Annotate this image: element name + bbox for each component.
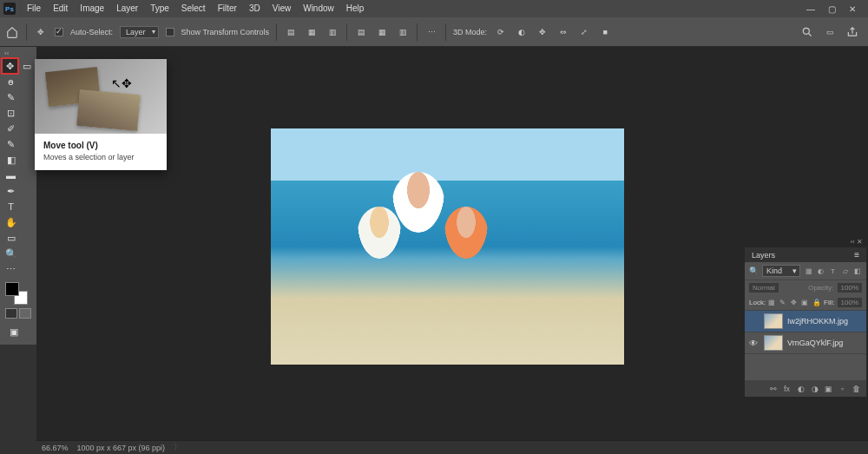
layer-name[interactable]: VrnGaQYklF.jpg xyxy=(787,339,843,347)
home-icon[interactable] xyxy=(5,25,19,39)
document-dimensions[interactable]: 1000 px x 667 px (96 ppi) xyxy=(77,444,166,452)
layer-group-icon[interactable]: ▣ xyxy=(824,384,833,393)
align-left-icon[interactable]: ▤ xyxy=(284,25,298,39)
filter-smart-icon[interactable]: ◧ xyxy=(852,266,862,276)
pen-tool[interactable]: ✒ xyxy=(3,183,19,199)
brush-tool[interactable]: ✎ xyxy=(3,136,19,152)
close-button[interactable]: ✕ xyxy=(845,3,859,14)
menu-3d[interactable]: 3D xyxy=(243,0,266,17)
layers-panel-tab[interactable]: Layers ≡ xyxy=(745,247,866,262)
document-canvas[interactable] xyxy=(271,128,624,365)
eraser-tool[interactable]: ◧ xyxy=(3,152,19,168)
minimize-button[interactable]: — xyxy=(804,3,818,14)
layer-thumbnail[interactable] xyxy=(764,313,783,329)
align-right-icon[interactable]: ▥ xyxy=(326,25,339,39)
lock-image-icon[interactable]: ✎ xyxy=(779,299,788,306)
separator xyxy=(346,23,347,41)
menu-layer[interactable]: Layer xyxy=(110,0,144,17)
blend-mode-select[interactable]: Normal xyxy=(749,283,779,293)
align-top-icon[interactable]: ▤ xyxy=(354,25,368,39)
link-layers-icon[interactable]: ⚯ xyxy=(768,384,778,393)
align-center-h-icon[interactable]: ▦ xyxy=(305,25,319,39)
hand-tool[interactable]: ✋ xyxy=(3,214,19,230)
fill-label: Fill: xyxy=(824,299,834,306)
lasso-tool[interactable]: ɵ xyxy=(3,74,19,89)
show-transform-checkbox[interactable] xyxy=(166,28,174,36)
new-layer-icon[interactable]: ▫ xyxy=(838,384,847,393)
zoom-tool[interactable]: 🔍 xyxy=(3,246,19,261)
distribute-icon[interactable]: ⋯ xyxy=(424,25,438,39)
separator xyxy=(26,23,27,41)
edit-toolbar-icon[interactable]: ⋯ xyxy=(3,261,19,277)
align-bottom-icon[interactable]: ▥ xyxy=(396,25,410,39)
menu-view[interactable]: View xyxy=(266,0,298,17)
layer-mask-icon[interactable]: ◐ xyxy=(796,384,806,393)
layer-visibility-icon[interactable]: 👁 xyxy=(749,339,760,348)
shape-tool[interactable]: ▭ xyxy=(3,230,19,246)
3d-pan-icon[interactable]: ✥ xyxy=(536,25,549,39)
zoom-level[interactable]: 66.67% xyxy=(42,444,69,452)
3d-roll-icon[interactable]: ◐ xyxy=(515,25,529,39)
auto-select-target[interactable]: Layer xyxy=(120,26,159,38)
3d-scale-icon[interactable]: ⤢ xyxy=(577,25,591,39)
layer-row[interactable]: Iw2jRHOKKM.jpg xyxy=(745,311,866,332)
layer-filter-select[interactable]: Kind xyxy=(762,265,800,277)
layer-fx-icon[interactable]: fx xyxy=(782,384,792,393)
search-icon[interactable] xyxy=(800,25,814,39)
workspace-icon[interactable]: ▭ xyxy=(823,25,837,39)
filter-search-icon[interactable]: 🔍 xyxy=(749,266,759,275)
move-tool-icon[interactable]: ✥ xyxy=(34,25,48,39)
3d-orbit-icon[interactable]: ⟳ xyxy=(494,25,508,39)
standard-mode-icon[interactable] xyxy=(5,308,17,319)
maximize-button[interactable]: ▢ xyxy=(825,3,838,14)
layers-list: Iw2jRHOKKM.jpg 👁 VrnGaQYklF.jpg xyxy=(745,311,866,380)
toolbar-collapse-icon[interactable]: ‹‹ xyxy=(2,49,35,58)
filter-shape-icon[interactable]: ▱ xyxy=(840,266,850,276)
move-tool[interactable]: ✥ xyxy=(2,58,18,74)
layer-row[interactable]: 👁 VrnGaQYklF.jpg xyxy=(745,332,866,354)
tooltip-description: Moves a selection or layer xyxy=(43,153,158,161)
gradient-tool[interactable]: ▬ xyxy=(3,168,19,183)
window-controls: — ▢ ✕ xyxy=(804,3,865,14)
menu-type[interactable]: Type xyxy=(144,0,175,17)
filter-pixel-icon[interactable]: ▦ xyxy=(804,266,813,276)
menu-file[interactable]: File xyxy=(21,0,47,17)
layer-thumbnail[interactable] xyxy=(764,335,783,351)
panel-menu-icon[interactable]: ≡ xyxy=(854,250,859,260)
adjustment-layer-icon[interactable]: ◑ xyxy=(810,384,819,393)
menu-window[interactable]: Window xyxy=(297,0,340,17)
quick-select-tool[interactable]: ✎ xyxy=(3,89,19,105)
lock-position-icon[interactable]: ✥ xyxy=(791,299,799,306)
panel-collapse-icon[interactable]: ‹‹ ✕ xyxy=(745,236,866,247)
menu-image[interactable]: Image xyxy=(74,0,110,17)
filter-adjust-icon[interactable]: ◐ xyxy=(816,266,825,276)
foreground-color-swatch[interactable] xyxy=(5,282,19,296)
color-swatches[interactable] xyxy=(2,280,35,306)
layer-name[interactable]: Iw2jRHOKKM.jpg xyxy=(787,317,848,326)
menu-filter[interactable]: Filter xyxy=(212,0,243,17)
filter-type-icon[interactable]: T xyxy=(828,266,838,276)
delete-layer-icon[interactable]: 🗑 xyxy=(852,384,861,393)
3d-camera-icon[interactable]: ■ xyxy=(598,25,612,39)
auto-select-checkbox[interactable] xyxy=(55,28,63,36)
crop-tool[interactable]: ⊡ xyxy=(3,105,19,121)
status-bar: 66.67% 1000 px x 667 px (96 ppi) 〉 xyxy=(36,440,868,454)
lock-all-icon[interactable]: 🔒 xyxy=(812,299,821,306)
lock-transparency-icon[interactable]: ▦ xyxy=(768,299,777,306)
type-tool[interactable]: T xyxy=(3,199,19,214)
menu-edit[interactable]: Edit xyxy=(47,0,74,17)
share-icon[interactable] xyxy=(845,25,859,39)
marquee-tool[interactable]: ▭ xyxy=(18,58,35,74)
quickmask-mode-icon[interactable] xyxy=(19,308,31,319)
3d-slide-icon[interactable]: ⇔ xyxy=(556,25,570,39)
menu-select[interactable]: Select xyxy=(175,0,212,17)
align-center-v-icon[interactable]: ▦ xyxy=(375,25,389,39)
eyedropper-tool[interactable]: ✐ xyxy=(3,121,19,136)
fill-value[interactable]: 100% xyxy=(838,298,862,307)
status-chevron-icon[interactable]: 〉 xyxy=(174,442,181,453)
lock-artboard-icon[interactable]: ▣ xyxy=(801,299,810,306)
menu-help[interactable]: Help xyxy=(340,0,371,17)
screen-mode-icon[interactable]: ▣ xyxy=(5,324,22,339)
opacity-label: Opacity: xyxy=(808,284,833,292)
opacity-value[interactable]: 100% xyxy=(838,283,862,293)
